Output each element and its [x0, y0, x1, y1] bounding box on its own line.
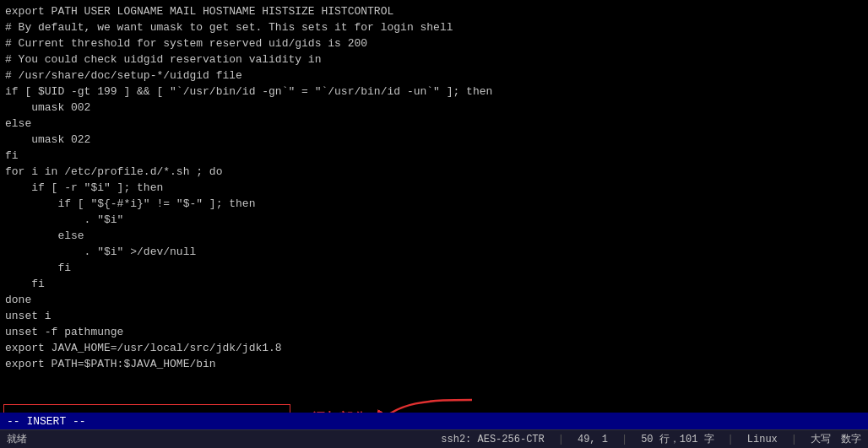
code-line: if [ "${-#*i}" != "$-" ]; then [5, 196, 863, 212]
code-line: for i in /etc/profile.d/*.sh ; do [5, 164, 863, 180]
status-os: Linux [747, 434, 778, 445]
highlight-box [3, 404, 290, 413]
code-line: fi [5, 276, 863, 292]
status-total: 50 行，101 字 [641, 432, 713, 446]
code-line: # By default, we want umask to get set. … [5, 19, 863, 35]
status-caps: 大写 [811, 432, 831, 446]
divider1: | [558, 434, 564, 445]
code-line: else [5, 116, 863, 132]
code-line: # You could check uidgid reservation val… [5, 51, 863, 67]
status-ssh: ssh2: AES-256-CTR [441, 434, 544, 445]
code-line: fi [5, 148, 863, 164]
status-ready: 就绪 [7, 432, 27, 446]
editor-area[interactable]: export PATH USER LOGNAME MAIL HOSTNAME H… [0, 0, 868, 413]
code-line: unset -f pathmunge [5, 324, 863, 340]
divider3: | [728, 434, 734, 445]
code-line: else [5, 228, 863, 244]
annotation-text: 添加部分 [312, 410, 366, 413]
code-line: unset i [5, 308, 863, 324]
code-line: fi [5, 260, 863, 276]
code-line: umask 022 [5, 132, 863, 148]
code-line: export JAVA_HOME=/usr/local/src/jdk/jdk1… [5, 340, 863, 356]
code-line: umask 002 [5, 100, 863, 116]
arrow-icon [366, 396, 476, 413]
code-line: . "$i" >/dev/null [5, 244, 863, 260]
code-line: if [ -r "$i" ]; then [5, 180, 863, 196]
insert-mode-label: -- INSERT -- [7, 415, 86, 428]
status-position: 49, 1 [578, 434, 608, 445]
code-line: # /usr/share/doc/setup-*/uidgid file [5, 67, 863, 84]
status-num: 数字 [841, 432, 861, 446]
code-line: . "$i" [5, 212, 863, 228]
code-line: export PATH USER LOGNAME MAIL HOSTNAME H… [5, 3, 863, 19]
mode-bar: -- INSERT -- [0, 413, 868, 429]
status-bar: 就绪 ssh2: AES-256-CTR | 49, 1 | 50 行，101 … [0, 429, 868, 448]
code-line: # Current threshold for system reserved … [5, 35, 863, 51]
divider4: | [791, 434, 797, 445]
code-line: export PATH=$PATH:$JAVA_HOME/bin [5, 356, 863, 372]
code-line: if [ $UID -gt 199 ] && [ "`/usr/bin/id -… [5, 84, 863, 100]
divider2: | [621, 434, 627, 445]
annotation-container: 添加部分 [312, 396, 476, 413]
code-line: done [5, 292, 863, 308]
